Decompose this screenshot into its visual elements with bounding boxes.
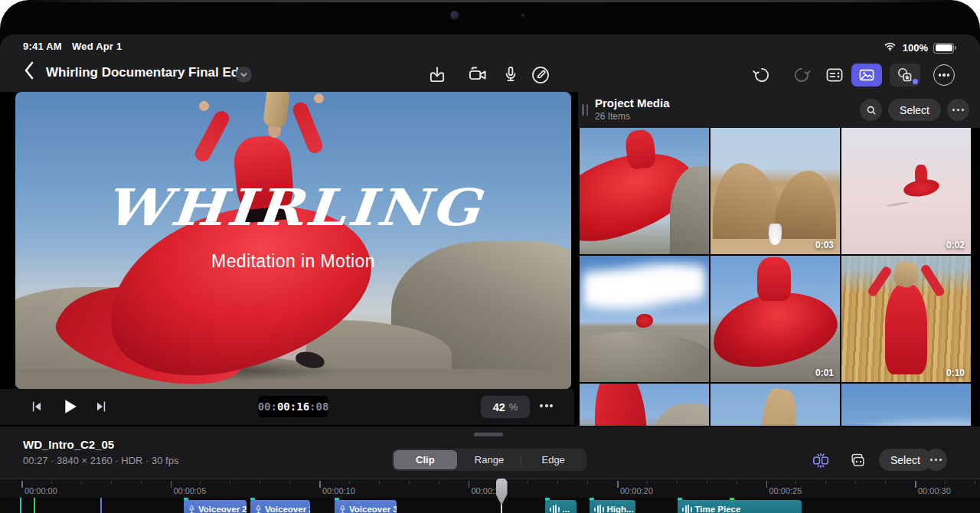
edit-mode-segmented: ClipRangeEdge: [392, 449, 586, 471]
project-title[interactable]: Whirling Documentary Final Edit: [46, 65, 247, 80]
audio-clip[interactable]: Voiceover 3: [335, 500, 397, 513]
media-select-button[interactable]: Select: [888, 99, 941, 121]
audio-clip-label: Voiceover 2: [198, 505, 247, 513]
clip-duration: 0:02: [684, 240, 703, 250]
ruler-label: 00:00:25: [769, 486, 802, 495]
project-switcher-button[interactable]: [236, 67, 252, 83]
more-icon: [930, 459, 942, 461]
pencil-icon: [531, 65, 550, 85]
media-thumbnail[interactable]: 0:10: [841, 256, 971, 382]
clip-duration: 0:10: [946, 368, 965, 378]
video-subtitle-overlay: Meditation in Motion: [15, 251, 571, 272]
undo-button[interactable]: [752, 65, 772, 85]
media-more-button[interactable]: [947, 99, 969, 121]
play-icon: [58, 396, 80, 417]
media-thumbnail[interactable]: 0:02: [841, 128, 971, 254]
audio-clip-label: Voiceover 2: [265, 505, 310, 513]
play-button[interactable]: [58, 396, 80, 420]
viewer-video-frame[interactable]: WHIRLING Meditation in Motion: [15, 92, 571, 389]
more-icon: [540, 404, 553, 407]
import-button[interactable]: [427, 65, 447, 85]
effects-badge-dot: [913, 79, 918, 84]
more-icon: [933, 64, 955, 86]
audio-clip[interactable]: Voiceover 2: [184, 500, 247, 513]
audio-clip[interactable]: ...: [545, 500, 577, 513]
transport-bar: 00:00:16:08 42 %: [0, 389, 574, 425]
audio-clip[interactable]: Time Piece: [678, 500, 802, 513]
split-clip-icon: [812, 451, 830, 469]
mode-edge[interactable]: Edge: [521, 450, 585, 469]
media-thumbnail[interactable]: [841, 384, 971, 426]
timeline-ruler[interactable]: 00:00:0000:00:0500:00:1000:00:1500:00:20…: [0, 479, 980, 498]
timeline-select-button[interactable]: Select: [879, 449, 932, 471]
timeline-more-button[interactable]: [925, 449, 947, 471]
ruler-label: 00:00:05: [174, 486, 207, 495]
audio-clip[interactable]: High...: [590, 500, 635, 513]
duplicate-clip-button[interactable]: [848, 451, 867, 469]
zoom-level-control[interactable]: 42 %: [481, 396, 530, 418]
viewer-more-button[interactable]: [540, 404, 553, 407]
ruler-label: 00:00:00: [24, 486, 57, 495]
clip-duration: 0:03: [815, 240, 834, 250]
undo-icon: [752, 65, 772, 85]
clip-edge-line: [100, 498, 102, 513]
selected-clip-name: WD_Intro_C2_05: [23, 438, 114, 451]
effects-icon: [896, 66, 914, 84]
ruler-label: 00:00:20: [620, 486, 653, 495]
skip-back-icon: [29, 399, 44, 414]
zoom-unit: %: [509, 401, 518, 413]
waveform-icon: [682, 504, 692, 513]
search-icon: [865, 104, 877, 116]
timeline-panel: WD_Intro_C2_05 00:27 · 3840 × 2160 · HDR…: [0, 426, 980, 513]
panel-resize-handle[interactable]: [582, 104, 591, 116]
media-thumbnail[interactable]: 0:02: [580, 128, 709, 254]
mode-clip[interactable]: Clip: [394, 450, 457, 469]
audio-clip-label: Time Piece: [695, 505, 741, 513]
timecode-display[interactable]: 00:00:16:08: [258, 396, 328, 417]
redo-button[interactable]: [792, 65, 812, 85]
media-thumbnail[interactable]: [580, 384, 709, 426]
skip-forward-button[interactable]: [93, 399, 109, 417]
clip-duration: 0:01: [815, 368, 834, 378]
skip-back-button[interactable]: [29, 399, 44, 417]
more-options-button[interactable]: [933, 64, 953, 84]
mic-icon: [188, 505, 195, 513]
media-browser-button[interactable]: [851, 64, 882, 87]
media-thumbnail[interactable]: 0:02: [580, 256, 709, 382]
device-edge-highlight: [20, 0, 960, 2]
video-title-overlay: WHIRLING: [15, 178, 571, 237]
clip-edge-line: [34, 498, 35, 513]
split-clip-button[interactable]: [812, 451, 830, 469]
zoom-value: 42: [493, 401, 505, 413]
record-video-button[interactable]: [468, 65, 488, 85]
redo-icon: [792, 65, 812, 85]
media-thumbnail[interactable]: 0:03: [710, 128, 840, 254]
inspector-button[interactable]: [825, 65, 844, 85]
timeline-tracks: Voiceover 2Voiceover 2Voiceover 3...High…: [0, 498, 980, 513]
media-thumbnail[interactable]: [710, 384, 840, 426]
media-panel-count: 26 Items: [595, 111, 630, 122]
battery-percentage: 100%: [903, 42, 928, 54]
ruler-label: 00:00:10: [322, 486, 355, 495]
audio-clip-label: High...: [607, 505, 634, 513]
import-icon: [427, 65, 447, 85]
status-date: Wed Apr 1: [72, 41, 122, 52]
panel-drag-handle[interactable]: [474, 433, 503, 436]
front-camera: [450, 11, 459, 20]
timecode-frames: :08: [309, 400, 328, 413]
mic-icon: [339, 505, 346, 513]
mic-icon: [501, 65, 521, 85]
media-thumbnail[interactable]: 0:01: [710, 256, 840, 382]
timecode-main: 00:16: [277, 400, 309, 413]
top-chrome: 9:41 AM Wed Apr 1 100% Whirling Document…: [0, 34, 980, 92]
pencil-tools-button[interactable]: [531, 65, 550, 85]
selected-clip-info: 00:27 · 3840 × 2160 · HDR · 30 fps: [23, 455, 178, 466]
mic-icon: [255, 505, 262, 513]
mode-range[interactable]: Range: [458, 450, 521, 469]
audio-clip[interactable]: Voiceover 2: [250, 500, 310, 513]
search-button[interactable]: [860, 99, 882, 121]
clip-duration: 0:02: [684, 368, 703, 378]
record-voiceover-button[interactable]: [501, 65, 521, 85]
back-button[interactable]: [21, 60, 38, 80]
effects-button[interactable]: [890, 64, 920, 87]
